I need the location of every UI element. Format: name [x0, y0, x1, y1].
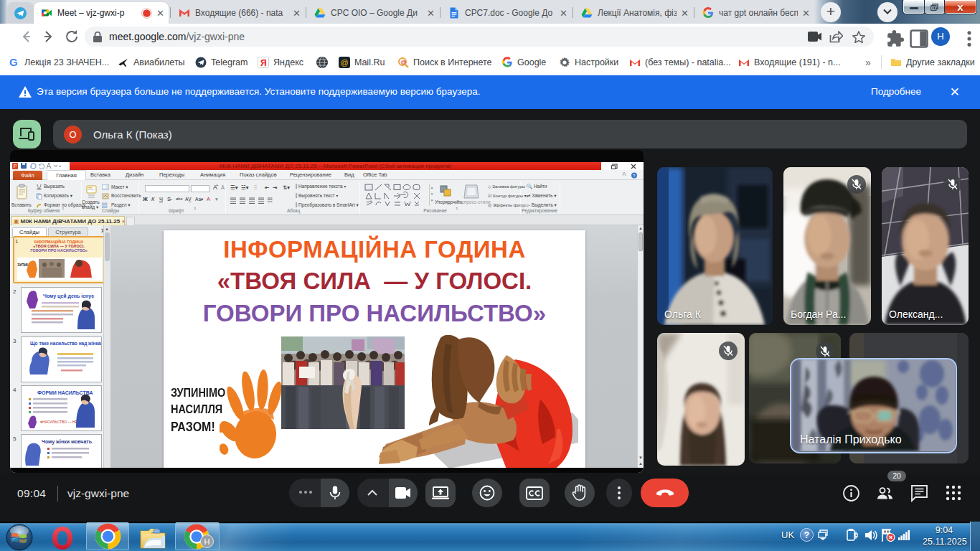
svg-text:@: @: [400, 59, 406, 65]
svg-text:@: @: [341, 58, 349, 67]
svg-text:Що таке насильство над жінками: Що таке насильство над жінками: [30, 341, 101, 347]
svg-text:Чому жінки мовчать: Чому жінки мовчать: [42, 439, 93, 445]
svg-text:Я: Я: [260, 58, 267, 68]
svg-text:G: G: [9, 57, 18, 68]
svg-text:Чому цей день існує: Чому цей день існує: [43, 293, 94, 299]
